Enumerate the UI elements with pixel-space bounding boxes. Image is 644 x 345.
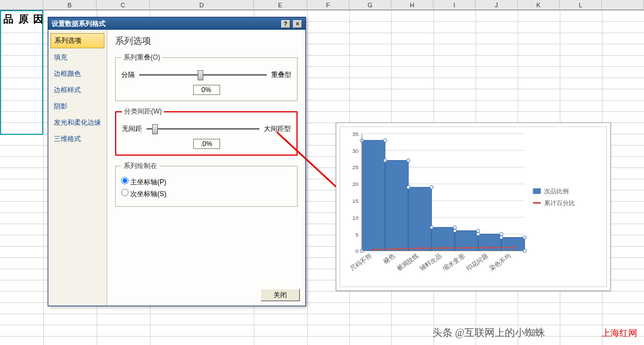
svg-point-31 — [477, 229, 480, 233]
col-header-cell[interactable]: L — [560, 0, 602, 10]
svg-rect-17 — [362, 140, 385, 251]
panel-heading: 系列选项 — [115, 35, 298, 47]
overlap-value[interactable] — [193, 85, 220, 95]
sidebar-item[interactable]: 系列选项 — [51, 33, 104, 48]
svg-text:次品比例: 次品比例 — [544, 188, 569, 194]
svg-point-19 — [383, 139, 387, 142]
col-header-cell[interactable] — [0, 0, 43, 10]
plot-on-group: 系列绘制在 主坐标轴(P) 次坐标轴(S) — [115, 161, 298, 207]
svg-point-41 — [395, 247, 398, 250]
svg-point-24 — [407, 185, 410, 189]
svg-text:10: 10 — [352, 215, 359, 221]
svg-point-25 — [430, 185, 433, 189]
sidebar-item[interactable]: 填充 — [48, 49, 107, 66]
close-icon[interactable]: × — [293, 20, 302, 28]
svg-text:印花问题: 印花问题 — [465, 252, 489, 272]
help-icon[interactable]: ? — [281, 20, 290, 28]
col-header-cell[interactable]: J — [476, 0, 518, 10]
series-overlap-group: 系列重叠(O) 分隔 重叠型 — [115, 53, 298, 101]
svg-rect-20 — [385, 161, 408, 251]
svg-point-46 — [511, 246, 514, 249]
svg-text:缩水变形: 缩水变形 — [442, 252, 466, 272]
close-button[interactable]: 关闭 — [261, 289, 300, 301]
sidebar-item[interactable]: 阴影 — [48, 98, 107, 115]
svg-rect-23 — [408, 187, 431, 251]
col-header-cell[interactable]: G — [349, 0, 391, 10]
cell-text: 品 原 因 — [0, 10, 48, 28]
svg-text:被洞脱线: 被洞脱线 — [395, 252, 419, 272]
svg-text:5: 5 — [355, 231, 359, 238]
svg-text:尺码不符: 尺码不符 — [349, 252, 373, 272]
svg-text:20: 20 — [352, 181, 359, 187]
gap-slider[interactable] — [147, 123, 259, 134]
col-header-cell[interactable]: B — [43, 0, 97, 10]
column-headers: BCDEFGHIJKL — [0, 0, 644, 10]
col-header-cell[interactable]: F — [307, 0, 349, 10]
svg-point-33 — [477, 233, 480, 236]
gap-width-group: 分类间距(W) 无间距 大间距型 — [115, 107, 298, 156]
svg-point-45 — [488, 246, 491, 249]
svg-point-42 — [418, 247, 421, 249]
secondary-axis-radio[interactable]: 次坐标轴(S) — [121, 189, 291, 199]
svg-point-34 — [500, 233, 503, 236]
svg-point-37 — [523, 236, 526, 239]
col-header-cell[interactable]: H — [391, 0, 433, 10]
svg-rect-56 — [533, 188, 541, 194]
watermark-author: 头条 @互联网上的小蜘蛛 — [432, 326, 545, 339]
gap-value[interactable] — [193, 139, 220, 149]
format-series-dialog: 设置数据系列格式 ? × 系列选项填充边框颜色边框样式阴影发光和柔化边缘三维格式… — [48, 17, 306, 306]
col-header-cell[interactable]: K — [518, 0, 560, 10]
dialog-title: 设置数据系列格式 — [52, 17, 106, 30]
col-header-cell[interactable] — [602, 0, 644, 10]
svg-text:30: 30 — [352, 148, 359, 154]
svg-point-22 — [407, 159, 410, 162]
svg-text:15: 15 — [352, 198, 359, 204]
sidebar-item[interactable]: 边框颜色 — [48, 66, 107, 82]
sidebar-item[interactable]: 三维格式 — [48, 131, 107, 147]
svg-point-36 — [500, 236, 503, 239]
svg-text:35: 35 — [352, 131, 359, 137]
svg-text:辅料次品: 辅料次品 — [418, 252, 442, 272]
dialog-main: 系列选项 系列重叠(O) 分隔 重叠型 分类间距(W) 无间距 — [107, 30, 305, 306]
svg-text:25: 25 — [352, 164, 359, 170]
sidebar-item[interactable]: 边框样式 — [48, 82, 107, 98]
svg-text:褪色: 褪色 — [382, 252, 396, 265]
dialog-titlebar[interactable]: 设置数据系列格式 ? × — [48, 17, 305, 30]
primary-axis-radio[interactable]: 主坐标轴(P) — [121, 177, 291, 187]
svg-point-44 — [465, 247, 468, 249]
svg-point-28 — [453, 226, 456, 229]
watermark-site: 上海红网 — [601, 328, 637, 339]
col-header-cell[interactable]: E — [254, 0, 307, 10]
svg-point-30 — [453, 229, 456, 233]
embedded-chart[interactable]: 05101520253035尺码不符褪色被洞脱线辅料次品缩水变形印花问题染色不均… — [336, 122, 611, 291]
svg-point-27 — [430, 226, 433, 229]
dialog-sidebar: 系列选项填充边框颜色边框样式阴影发光和柔化边缘三维格式 — [48, 30, 107, 306]
svg-point-43 — [442, 247, 445, 249]
col-header-cell[interactable]: C — [97, 0, 150, 10]
svg-point-21 — [383, 159, 387, 162]
sidebar-item[interactable]: 发光和柔化边缘 — [48, 115, 107, 131]
svg-text:累计百分比: 累计百分比 — [544, 199, 575, 206]
col-header-cell[interactable]: D — [150, 0, 254, 10]
svg-text:染色不均: 染色不均 — [488, 252, 513, 272]
col-header-cell[interactable]: I — [433, 0, 476, 10]
overlap-slider[interactable] — [139, 69, 267, 80]
svg-text:0: 0 — [355, 248, 359, 254]
